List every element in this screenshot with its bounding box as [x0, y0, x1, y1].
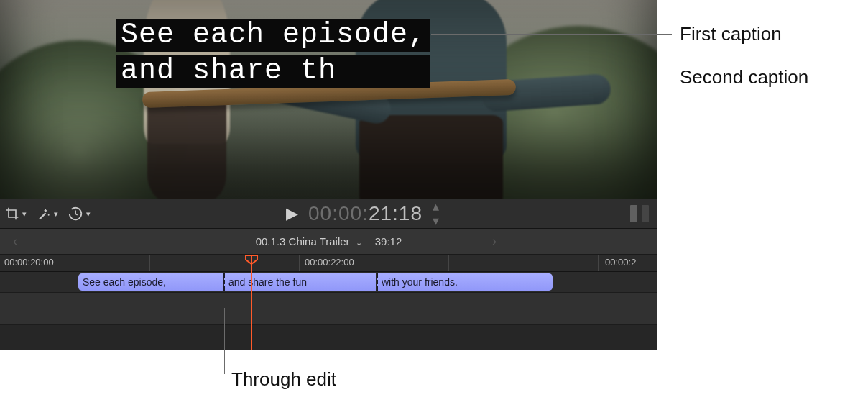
timecode-main: 21:18: [369, 202, 423, 224]
through-edit-marker: [377, 273, 378, 291]
ruler-mark: 00:00:22:00: [305, 257, 354, 268]
enhance-button[interactable]: ▾: [32, 199, 63, 228]
svg-point-0: [48, 214, 50, 216]
timecode-value[interactable]: 00:00:21:18: [308, 202, 423, 225]
history-back-button[interactable]: ‹: [13, 234, 17, 249]
timeline[interactable]: 00:00:20:00 00:00:22:00 00:00:2 See each…: [0, 255, 657, 350]
project-duration: 39:12: [375, 235, 402, 247]
caption-clip[interactable]: with your friends.: [377, 273, 553, 291]
timecode-dim: 00:00:: [308, 202, 369, 224]
timecode-display: ▶ 00:00:21:18 ▴▾: [286, 202, 439, 225]
ruler-mark: 00:00:2: [605, 257, 636, 268]
caption-overlay: See each episode, and share th: [116, 19, 430, 88]
timeline-tracks[interactable]: See each episode, and share the fun with…: [0, 272, 657, 350]
timecode-stepper[interactable]: ▴▾: [433, 204, 439, 224]
caption-clip[interactable]: and share the fun: [224, 273, 376, 291]
timeline-ruler[interactable]: 00:00:20:00 00:00:22:00 00:00:2: [0, 255, 657, 272]
video-editor-window: See each episode, and share th ▾ ▾ ▾ ▶ 0…: [0, 0, 657, 350]
project-title-bar: ‹ 00.1.3 China Trailer ⌄ 39:12 ›: [0, 229, 657, 255]
project-name-dropdown[interactable]: 00.1.3 China Trailer ⌄: [256, 235, 362, 247]
viewer-toolbar: ▾ ▾ ▾ ▶ 00:00:21:18 ▴▾: [0, 199, 657, 229]
callout-leader: [366, 76, 672, 76]
caption-track[interactable]: See each episode, and share the fun with…: [0, 272, 657, 292]
retime-icon: [68, 206, 83, 222]
caption-clip[interactable]: See each episode,: [78, 273, 223, 291]
callout-leader: [224, 308, 225, 374]
callout-through-edit: Through edit: [231, 368, 336, 391]
caption-line-2: and share th: [116, 55, 430, 88]
crop-icon: [5, 206, 19, 221]
crop-button[interactable]: ▾: [0, 199, 32, 228]
callout-first-caption: First caption: [680, 23, 782, 45]
viewer[interactable]: See each episode, and share th: [0, 0, 657, 199]
ruler-mark: 00:00:20:00: [4, 257, 54, 268]
skimming-toggle[interactable]: [630, 205, 649, 222]
through-edit-marker: [223, 273, 225, 291]
retime-button[interactable]: ▾: [63, 199, 95, 228]
caption-line-1: See each episode,: [116, 19, 430, 52]
skimmer-bar-icon: [642, 205, 649, 222]
callout-second-caption: Second caption: [680, 66, 808, 88]
chevron-down-icon: ⌄: [356, 238, 362, 247]
skimmer-bar-icon: [630, 205, 637, 222]
primary-storyline-lane[interactable]: [0, 292, 657, 325]
play-button[interactable]: ▶: [286, 204, 298, 223]
project-name-label: 00.1.3 China Trailer: [256, 235, 350, 247]
history-forward-button[interactable]: ›: [492, 234, 497, 249]
wand-icon: [37, 206, 51, 221]
callout-leader: [431, 34, 672, 35]
